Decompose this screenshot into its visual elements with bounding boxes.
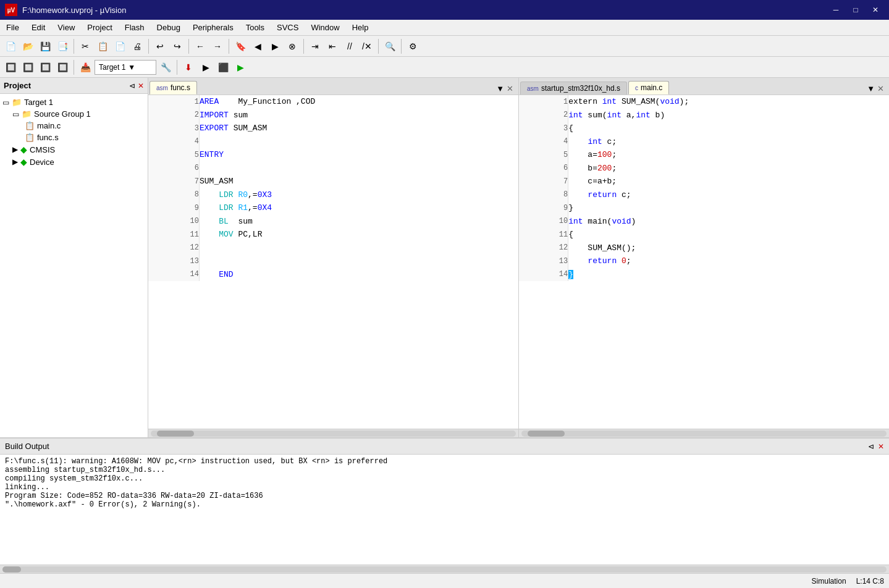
code-content-mainc[interactable]: 1extern int SUM_ASM(void); 2int sum(int … [519, 95, 889, 429]
menu-view[interactable]: View [51, 21, 81, 34]
nav-fwd-btn[interactable]: → [209, 38, 225, 54]
table-row: 10 BL sum [148, 215, 518, 229]
editor-tabs-2: asm startup_stm32f10x_hd.s c main.c ▼ ✕ [519, 78, 889, 95]
table-row: 7SUM_ASM [148, 175, 518, 188]
download-btn[interactable]: ⬇ [180, 59, 196, 75]
tab-mainc[interactable]: c main.c [628, 81, 669, 94]
scrollbar-h-build[interactable] [0, 565, 889, 573]
folder-icon: 📁 [12, 98, 22, 107]
menu-help[interactable]: Help [346, 21, 375, 34]
debug-run-btn[interactable]: ▶ [198, 59, 214, 75]
table-row: 5 a=100; [519, 148, 889, 162]
build2-btn[interactable]: 🔲 [20, 59, 36, 75]
project-pin-icon[interactable]: ⊲ [129, 82, 135, 90]
nav-back-btn[interactable]: ← [192, 38, 208, 54]
build-output-close[interactable]: ✕ [878, 442, 884, 451]
sep2 [148, 39, 149, 54]
indent-btn[interactable]: ⇥ [307, 38, 323, 54]
undo-btn[interactable]: ↩ [152, 38, 168, 54]
build-output-content[interactable]: F:\func.s(11): warning: A1608W: MOV pc,<… [0, 455, 889, 565]
tabs-left-1: asm func.s [150, 81, 198, 94]
window-title: F:\homework.uvproj - µVision [22, 6, 827, 15]
translate-btn[interactable]: 🔲 [54, 59, 70, 75]
tree-item-label-device: Device [30, 158, 54, 167]
load-btn[interactable]: 📥 [77, 59, 93, 75]
tab-arrow-down-2[interactable]: ▼ [867, 84, 875, 93]
menu-debug[interactable]: Debug [151, 21, 187, 34]
bookmark-btn[interactable]: 🔖 [232, 38, 248, 54]
menu-file[interactable]: File [0, 21, 25, 34]
tab-close-1[interactable]: ✕ [507, 84, 513, 93]
minimize-button[interactable]: ─ [827, 4, 845, 16]
bookmark-next-btn[interactable]: ▶ [267, 38, 283, 54]
tab-icon-startup: asm [527, 85, 539, 92]
table-row: 2int sum(int a,int b) [519, 109, 889, 122]
rebuild-btn[interactable]: 🔲 [37, 59, 53, 75]
settings-btn[interactable]: ⚙ [405, 38, 421, 54]
editors-area: asm func.s ▼ ✕ 1AREA My_Function ,COD 2I… [148, 78, 889, 437]
find-btn[interactable]: 🔍 [382, 38, 398, 54]
paste-btn[interactable]: 📄 [112, 38, 128, 54]
sep1 [74, 39, 74, 54]
chip-btn[interactable]: 🔲 [2, 59, 19, 75]
cut-btn[interactable]: ✂ [77, 38, 93, 54]
tab-startup[interactable]: asm startup_stm32f10x_hd.s [520, 82, 627, 94]
redo-btn[interactable]: ↪ [169, 38, 185, 54]
target-options-btn[interactable]: 🔧 [158, 59, 174, 75]
open-file-btn[interactable]: 📂 [20, 38, 36, 54]
menu-project[interactable]: Project [81, 21, 118, 34]
menu-edit[interactable]: Edit [25, 21, 51, 34]
scrollbar-track-mainc[interactable] [521, 430, 887, 437]
scrollbar-h-mainc[interactable] [519, 429, 889, 437]
comment-btn[interactable]: // [342, 38, 358, 54]
simulation-label: Simulation [812, 577, 846, 586]
scrollbar-h-funcs[interactable] [148, 429, 518, 437]
table-row: 12 [148, 242, 518, 255]
copy-btn[interactable]: 📋 [95, 38, 111, 54]
tree-item-label: Target 1 [24, 98, 53, 107]
save-all-btn[interactable]: 📑 [54, 38, 70, 54]
tree-item-funcs[interactable]: 📋 func.s [0, 132, 148, 143]
start-debug-btn[interactable]: ▶ [232, 59, 248, 75]
code-content-funcs[interactable]: 1AREA My_Function ,COD 2IMPORT sum 3EXPO… [148, 95, 518, 429]
scrollbar-thumb-funcs[interactable] [157, 430, 194, 437]
tab-arrow-down-1[interactable]: ▼ [496, 84, 504, 93]
stop-btn[interactable]: ⬛ [215, 59, 231, 75]
menu-peripherals[interactable]: Peripherals [187, 21, 240, 34]
window-controls: ─ □ ✕ [827, 4, 884, 16]
bookmark-prev-btn[interactable]: ◀ [250, 38, 266, 54]
build-output-title: Build Output [5, 442, 49, 451]
uncomment-btn[interactable]: /✕ [359, 38, 375, 54]
scrollbar-track-funcs[interactable] [151, 430, 516, 437]
menu-svcs[interactable]: SVCS [271, 21, 305, 34]
sep7 [401, 39, 402, 54]
scrollbar-track-build[interactable] [2, 566, 887, 573]
tree-item-target1[interactable]: ▭ 📁 Target 1 [0, 96, 148, 108]
menu-window[interactable]: Window [305, 21, 345, 34]
tree-item-cmsis[interactable]: ▶ ◆ CMSIS [0, 143, 148, 156]
tree-item-device[interactable]: ▶ ◆ Device [0, 156, 148, 168]
menu-tools[interactable]: Tools [240, 21, 271, 34]
tab-funcs[interactable]: asm func.s [150, 81, 197, 94]
unindent-btn[interactable]: ⇤ [324, 38, 340, 54]
bookmark-clear-btn[interactable]: ⊗ [284, 38, 300, 54]
scrollbar-thumb-mainc[interactable] [528, 430, 565, 437]
tree-item-sourcegroup1[interactable]: ▭ 📁 Source Group 1 [0, 108, 148, 120]
build-output-pin[interactable]: ⊲ [868, 442, 874, 451]
tab-close-2[interactable]: ✕ [877, 84, 884, 93]
close-button[interactable]: ✕ [867, 4, 884, 16]
print-btn[interactable]: 🖨 [129, 38, 145, 54]
table-row: 14} [519, 268, 889, 282]
target-select[interactable]: Target 1 ▼ [95, 60, 156, 75]
new-file-btn[interactable]: 📄 [2, 38, 19, 54]
menu-flash[interactable]: Flash [119, 21, 151, 34]
tabs-left-2: asm startup_stm32f10x_hd.s c main.c [520, 81, 670, 94]
project-close-icon[interactable]: ✕ [138, 82, 144, 90]
save-btn[interactable]: 💾 [37, 38, 53, 54]
table-row: 1extern int SUM_ASM(void); [519, 95, 889, 109]
table-row: 6 [148, 162, 518, 175]
scrollbar-thumb-build[interactable] [2, 566, 21, 573]
tree-item-mainc[interactable]: 📋 main.c [0, 120, 148, 132]
maximize-button[interactable]: □ [847, 4, 864, 16]
build-output-header: Build Output ⊲ ✕ [0, 439, 889, 455]
